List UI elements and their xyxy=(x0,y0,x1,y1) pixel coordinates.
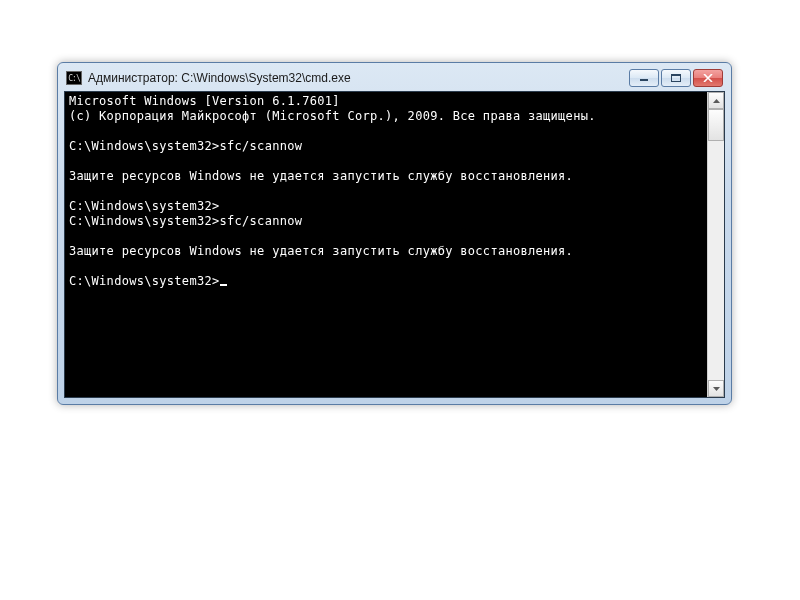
maximize-button[interactable] xyxy=(661,69,691,87)
svg-rect-0 xyxy=(640,79,648,81)
console-output[interactable]: Microsoft Windows [Version 6.1.7601] (c)… xyxy=(65,92,707,397)
window-title: Администратор: C:\Windows\System32\cmd.e… xyxy=(88,71,629,85)
cursor xyxy=(220,284,227,286)
window-controls xyxy=(629,69,723,87)
client-area: Microsoft Windows [Version 6.1.7601] (c)… xyxy=(64,91,725,398)
scrollbar-track[interactable] xyxy=(708,109,724,380)
scroll-down-button[interactable] xyxy=(708,380,724,397)
minimize-button[interactable] xyxy=(629,69,659,87)
svg-rect-2 xyxy=(671,74,681,76)
scrollbar-thumb[interactable] xyxy=(708,109,724,141)
cmd-window: C:\ Администратор: C:\Windows\System32\c… xyxy=(57,62,732,405)
close-button[interactable] xyxy=(693,69,723,87)
scrollbar-vertical[interactable] xyxy=(707,92,724,397)
titlebar[interactable]: C:\ Администратор: C:\Windows\System32\c… xyxy=(64,69,725,91)
scroll-up-button[interactable] xyxy=(708,92,724,109)
cmd-icon: C:\ xyxy=(66,71,82,85)
